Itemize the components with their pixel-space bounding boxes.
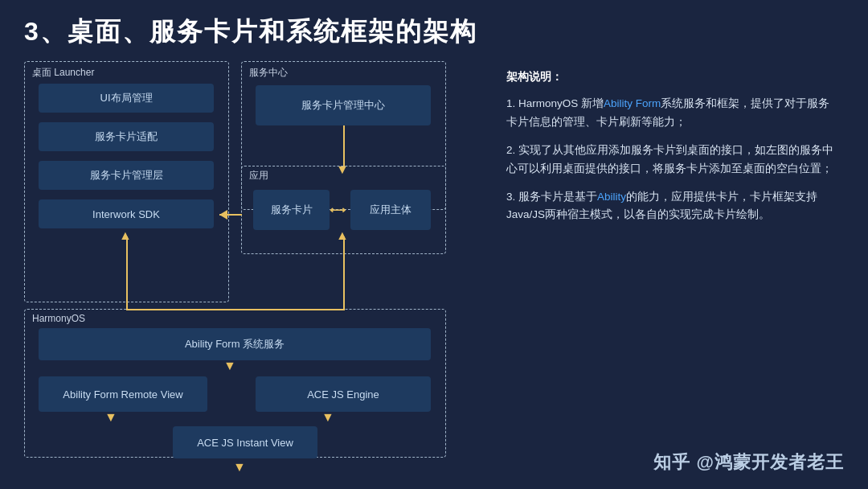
block-service-mgr: 服务卡片管理层 xyxy=(39,161,214,190)
launcher-label: 桌面 Launcher xyxy=(32,66,94,80)
arrow-down-remote: ▼ xyxy=(104,410,117,425)
page-title: 3、桌面、服务卡片和系统框架的架构 xyxy=(0,0,868,61)
content-area: 桌面 Launcher 服务中心 应用 HarmonyOS UI布局管理 服务卡… xyxy=(0,61,868,486)
description-panel: 架构说明： 1. HarmonyOS 新增Ability Form系统服务和框架… xyxy=(490,61,844,486)
arrow-up-launcher: ▲ xyxy=(119,228,132,243)
diagram-area: 桌面 Launcher 服务中心 应用 HarmonyOS UI布局管理 服务卡… xyxy=(24,61,474,486)
app-label: 应用 xyxy=(249,169,268,183)
block-service-card: 服务卡片 xyxy=(253,190,330,230)
arrow-down-svc-center: ▼ xyxy=(336,162,349,177)
desc-point3: 3. 服务卡片是基于Ability的能力，应用提供卡片，卡片框架支持Java/J… xyxy=(506,188,836,225)
block-svc-card-center: 服务卡片管理中心 xyxy=(256,85,431,125)
arrow-down-ace: ▼ xyxy=(321,410,334,425)
desc-section-title: 架构说明： xyxy=(506,68,836,87)
service-center-label: 服务中心 xyxy=(249,66,288,80)
arrow-up-right: ▲ xyxy=(336,228,349,243)
arrow-dbl-horizontal: ⟷ xyxy=(330,203,346,216)
desc-point2: 2. 实现了从其他应用添加服务卡片到桌面的接口，如左图的服务中心可以利用桌面提供… xyxy=(506,142,836,179)
block-ability-form-remote: Ability Form Remote View xyxy=(39,376,207,412)
line-v-right xyxy=(343,236,345,310)
block-ace-js-engine: ACE JS Engine xyxy=(256,376,431,412)
block-ui-layout: UI布局管理 xyxy=(39,84,214,113)
line-h-connect xyxy=(126,309,343,310)
block-interwork-sdk: Interwork SDK xyxy=(39,199,214,228)
block-app-body: 应用主体 xyxy=(350,190,431,230)
watermark: 知乎 @鸿蒙开发者老王 xyxy=(653,450,844,475)
harmonyos-label: HarmonyOS xyxy=(32,313,85,324)
line-v-svc-app xyxy=(343,125,345,167)
arrow-down-instant: ▼ xyxy=(233,460,246,475)
block-ability-form-svc: Ability Form 系统服务 xyxy=(39,328,431,360)
desc-point1: 1. HarmonyOS 新增Ability Form系统服务和框架，提供了对于… xyxy=(506,95,836,132)
arrow-down-ability-form: ▼ xyxy=(223,359,236,373)
block-ace-js-instant: ACE JS Instant View xyxy=(173,426,317,458)
block-service-adapt: 服务卡片适配 xyxy=(39,122,214,151)
arrow-left-main xyxy=(219,214,242,216)
line-v-launcher xyxy=(126,236,128,310)
